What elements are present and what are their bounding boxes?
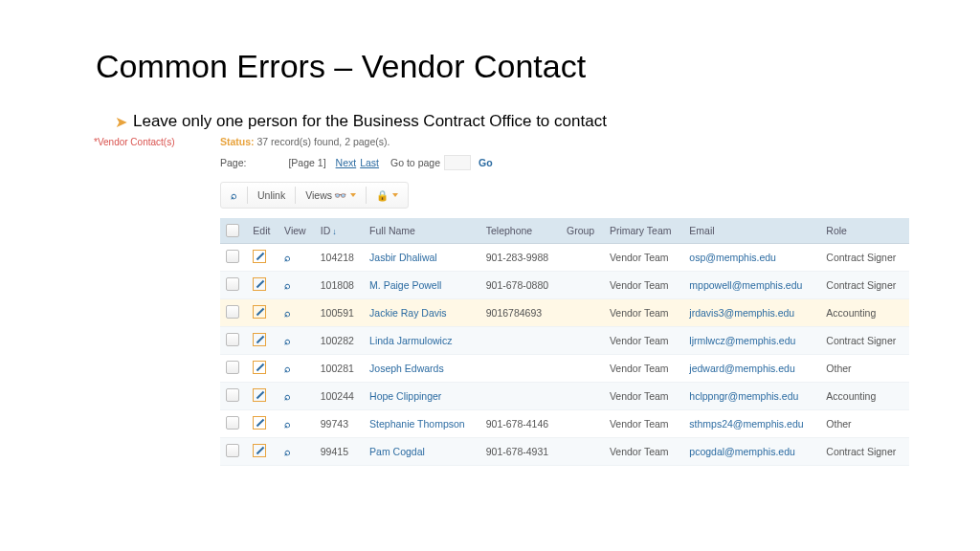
toolbar: ⌕ Unlink Views 👓 🔒: [220, 182, 409, 209]
search-icon: ⌕: [231, 189, 237, 201]
page-label: Page:: [220, 157, 246, 168]
row-checkbox[interactable]: [226, 250, 239, 263]
cell-role: Other: [820, 355, 909, 383]
edit-icon[interactable]: [253, 361, 266, 374]
separator: [247, 187, 248, 204]
cell-role: Other: [820, 410, 909, 438]
cell-group: [561, 355, 604, 383]
edit-icon[interactable]: [253, 416, 266, 430]
cell-telephone: [480, 383, 561, 410]
view-icon[interactable]: ⌕: [284, 335, 291, 346]
cell-full-name[interactable]: M. Paige Powell: [369, 279, 441, 291]
cell-email[interactable]: pcogdal@memphis.edu: [689, 446, 794, 457]
status-text: 37 record(s) found, 2 page(s).: [257, 136, 390, 147]
cell-primary-team: Vendor Team: [604, 438, 683, 466]
grid-area: Status: 37 record(s) found, 2 page(s). P…: [220, 136, 909, 466]
table-row: ⌕99415Pam Cogdal901-678-4931Vendor Teamp…: [220, 438, 909, 466]
cell-primary-team: Vendor Team: [604, 299, 683, 327]
unlink-button[interactable]: Unlink: [252, 187, 291, 204]
cell-primary-team: Vendor Team: [604, 410, 683, 438]
export-button[interactable]: 🔒: [370, 187, 404, 205]
cell-id: 100281: [315, 355, 364, 383]
row-checkbox[interactable]: [226, 444, 239, 457]
col-full-name[interactable]: Full Name: [364, 218, 480, 244]
cell-id: 99743: [315, 410, 364, 438]
row-checkbox[interactable]: [226, 305, 239, 319]
table-row: ⌕100281Joseph EdwardsVendor Teamjedward@…: [220, 355, 909, 383]
cell-id: 100591: [315, 299, 364, 327]
col-role[interactable]: Role: [820, 218, 909, 244]
goto-page-input[interactable]: [444, 155, 471, 170]
cell-full-name[interactable]: Hope Clippinger: [369, 390, 441, 402]
col-telephone[interactable]: Telephone: [480, 218, 561, 244]
table-row: ⌕100591Jackie Ray Davis9016784693Vendor …: [220, 299, 909, 327]
cell-group: [561, 244, 604, 272]
edit-icon[interactable]: [253, 388, 266, 402]
go-button[interactable]: Go: [479, 157, 493, 168]
view-icon[interactable]: ⌕: [284, 252, 291, 263]
cell-email[interactable]: osp@memphis.edu: [689, 252, 776, 263]
pagination: Page: [Page 1] Next Last Go to page Go: [220, 155, 909, 170]
page-next-link[interactable]: Next: [336, 157, 357, 168]
page-last-link[interactable]: Last: [360, 157, 379, 168]
views-label: Views: [305, 189, 332, 201]
col-primary-team[interactable]: Primary Team: [604, 218, 683, 244]
cell-telephone: 901-283-9988: [480, 244, 561, 272]
row-checkbox[interactable]: [226, 361, 239, 374]
chevron-right-icon: ➤: [115, 113, 127, 131]
row-checkbox[interactable]: [226, 333, 239, 346]
view-icon[interactable]: ⌕: [284, 446, 291, 457]
cell-email[interactable]: ljrmlwcz@memphis.edu: [689, 335, 795, 346]
separator: [295, 187, 296, 204]
view-icon[interactable]: ⌕: [284, 418, 291, 430]
edit-icon[interactable]: [253, 444, 266, 457]
page-title: Common Errors – Vendor Contact: [96, 48, 903, 85]
view-icon[interactable]: ⌕: [284, 363, 291, 374]
edit-icon[interactable]: [253, 305, 266, 319]
cell-email[interactable]: mppowell@memphis.edu: [689, 279, 802, 291]
caret-down-icon: [392, 193, 398, 197]
views-button[interactable]: Views 👓: [300, 187, 362, 205]
cell-email[interactable]: jrdavis3@memphis.edu: [689, 307, 794, 319]
goto-label: Go to page: [390, 157, 440, 168]
cell-id: 104218: [315, 244, 364, 272]
cell-role: Accounting: [820, 383, 909, 410]
col-select[interactable]: [220, 218, 247, 244]
col-email[interactable]: Email: [683, 218, 820, 244]
row-checkbox[interactable]: [226, 388, 239, 402]
separator: [366, 187, 367, 204]
cell-full-name[interactable]: Jasbir Dhaliwal: [369, 252, 437, 263]
view-icon[interactable]: ⌕: [284, 390, 291, 402]
row-checkbox[interactable]: [226, 277, 239, 291]
table-row: ⌕100244Hope ClippingerVendor Teamhclppng…: [220, 383, 909, 410]
edit-icon[interactable]: [253, 250, 266, 263]
row-checkbox[interactable]: [226, 416, 239, 430]
cell-full-name[interactable]: Joseph Edwards: [369, 363, 444, 374]
cell-email[interactable]: sthmps24@memphis.edu: [689, 418, 803, 430]
edit-icon[interactable]: [253, 277, 266, 291]
cell-full-name[interactable]: Linda Jarmulowicz: [369, 335, 452, 346]
col-id[interactable]: ID↓: [315, 218, 364, 244]
sort-desc-icon: ↓: [332, 227, 337, 236]
bullet-text: Leave only one person for the Business C…: [133, 112, 607, 131]
cell-email[interactable]: hclppngr@memphis.edu: [689, 390, 798, 402]
cell-telephone: 9016784693: [480, 299, 561, 327]
cell-email[interactable]: jedward@memphis.edu: [689, 363, 794, 374]
select-all-checkbox[interactable]: [226, 224, 239, 237]
cell-full-name[interactable]: Jackie Ray Davis: [369, 307, 447, 319]
cell-group: [561, 272, 604, 299]
bullet-row: ➤ Leave only one person for the Business…: [115, 112, 903, 131]
cell-group: [561, 327, 604, 355]
col-group[interactable]: Group: [561, 218, 604, 244]
cell-group: [561, 383, 604, 410]
view-icon[interactable]: ⌕: [284, 279, 291, 291]
cell-primary-team: Vendor Team: [604, 244, 683, 272]
view-icon[interactable]: ⌕: [284, 307, 291, 319]
cell-full-name[interactable]: Stephanie Thompson: [369, 418, 465, 430]
cell-full-name[interactable]: Pam Cogdal: [369, 446, 425, 457]
cell-id: 99415: [315, 438, 364, 466]
toolbar-search-button[interactable]: ⌕: [225, 187, 243, 204]
cell-group: [561, 299, 604, 327]
edit-icon[interactable]: [253, 333, 266, 346]
cell-role: Contract Signer: [820, 244, 909, 272]
